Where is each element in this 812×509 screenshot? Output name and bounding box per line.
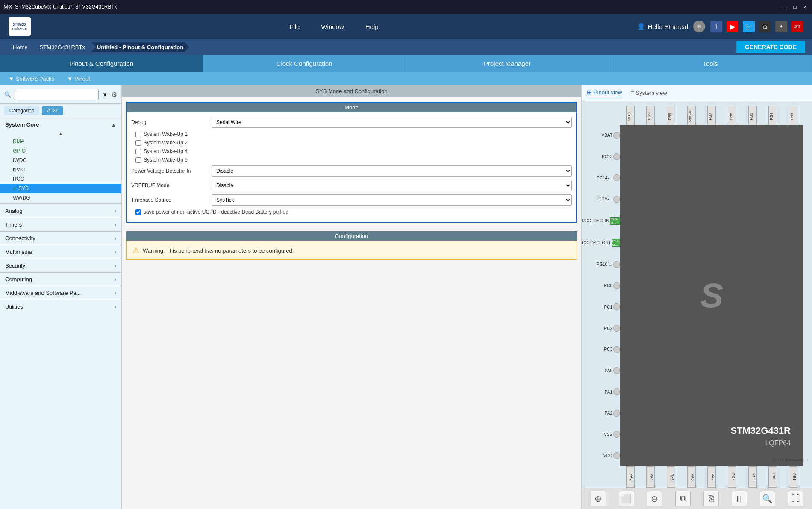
pin-row-vbat[interactable]: VBAT — [582, 132, 620, 139]
system-view-tab[interactable]: ≡ System view — [630, 89, 667, 97]
sidebar-category-utilities[interactable]: Utilities › — [0, 300, 121, 313]
pin-row-vdd-left[interactable]: VDD — [582, 452, 620, 459]
pin-vss-top: VSS — [646, 106, 655, 127]
copy-button[interactable]: ⎘ — [703, 491, 719, 506]
search-dropdown-arrow[interactable]: ▼ — [102, 91, 108, 98]
pin-row-vss-left[interactable]: VSS — [582, 431, 620, 438]
sub-tab-software-packs[interactable]: ▼ Software Packs — [9, 76, 54, 82]
twitter-icon[interactable]: 🐦 — [743, 21, 755, 32]
wakeup2-checkbox[interactable] — [135, 140, 141, 146]
sidebar-item-rcc[interactable]: RCC — [0, 174, 121, 184]
anniversary-badge: ⑩ — [693, 21, 705, 32]
sidebar-item-sys[interactable]: ✔ SYS — [0, 184, 121, 193]
sidebar-category-timers[interactable]: Timers › — [0, 218, 121, 231]
sys-label: SYS — [18, 185, 29, 191]
sidebar-category-analog[interactable]: Analog › — [0, 204, 121, 218]
timebase-select[interactable]: SysTick — [212, 194, 572, 206]
settings-gear-icon[interactable]: ⚙ — [111, 91, 117, 99]
breadcrumb-home[interactable]: Home — [7, 42, 34, 52]
pinout-view-tab[interactable]: ⊞ Pinout view — [587, 89, 622, 97]
sidebar-item-wwdg[interactable]: WWDG — [0, 193, 121, 203]
sidebar-category-connectivity[interactable]: Connectivity › — [0, 231, 121, 245]
youtube-icon[interactable]: ▶ — [727, 21, 738, 32]
pin-row-pc1[interactable]: PC1 — [582, 303, 620, 310]
wakeup4-checkbox[interactable] — [135, 149, 141, 154]
connectivity-chevron: › — [115, 235, 116, 241]
maximize-button[interactable]: □ — [791, 3, 798, 10]
pin-box-pf1[interactable]: PF1-O... — [612, 239, 620, 247]
pin-row-pa2[interactable]: PA2 — [582, 410, 620, 417]
user-info: 👤 Hello Ethereal — [637, 23, 688, 30]
computing-chevron: › — [115, 277, 116, 282]
tab-clock-config[interactable]: Clock Configuration — [203, 55, 406, 72]
close-button[interactable]: ✕ — [802, 3, 809, 10]
breadcrumb-chip[interactable]: STM32G431RBTx — [34, 42, 91, 52]
sidebar-category-multimedia[interactable]: Multimedia › — [0, 245, 121, 259]
search-input[interactable] — [15, 89, 99, 100]
pin-row-pc14[interactable]: PC14-... — [582, 174, 620, 181]
menu-items: File Window Help — [56, 23, 612, 30]
pin-row-pg10[interactable]: PG10-... — [582, 261, 620, 268]
zoom-in-button[interactable]: ⊕ — [591, 491, 606, 506]
layers-button[interactable]: ⧉ — [675, 491, 691, 506]
breadcrumb: Home STM32G431RBTx Untitled - Pinout & C… — [0, 39, 812, 55]
sidebar-tab-categories[interactable]: Categories — [4, 106, 39, 115]
save-power-checkbox[interactable] — [135, 209, 141, 215]
iwdg-label: IWDG — [13, 157, 27, 163]
pin-row-pc15[interactable]: PC15-... — [582, 196, 620, 203]
config-section: Configuration ⚠ Warning: This peripheral… — [126, 231, 577, 260]
subtab-sw-arrow: ▼ — [9, 76, 14, 82]
columns-button[interactable]: ⫼ — [732, 491, 747, 506]
timebase-row: Timebase Source SysTick — [131, 194, 572, 206]
tab-pinout-config[interactable]: Pinout & Configuration — [0, 55, 203, 72]
menu-help[interactable]: Help — [365, 23, 379, 30]
sidebar-system-core-header[interactable]: System Core ▲ — [0, 118, 121, 131]
pin-row-pc3[interactable]: PC3 — [582, 346, 620, 353]
sidebar-item-nvic[interactable]: NVIC — [0, 165, 121, 174]
pin-row-rcc-osc-in[interactable]: RCC_OSC_IN PF0-O... — [582, 217, 620, 225]
tab-clock-label: Clock Configuration — [277, 60, 332, 67]
scroll-up-arrow[interactable]: ▲ — [0, 131, 121, 136]
wakeup5-checkbox[interactable] — [135, 157, 141, 163]
pin-dot-pc15 — [613, 196, 620, 203]
pin-row-pc0[interactable]: PC0 — [582, 282, 620, 289]
sub-tab-pinout[interactable]: ▼ Pinout — [67, 76, 90, 82]
pin-row-pc13[interactable]: PC13 — [582, 153, 620, 160]
breadcrumb-config[interactable]: Untitled - Pinout & Configuration — [91, 42, 189, 52]
top-pins: VDD VSS PB9 PB8-B PB7 PB6 PB5 PB4 PB3 — [620, 101, 803, 127]
fit-screen-button[interactable]: ⬜ — [619, 491, 634, 506]
network-icon[interactable]: ✦ — [775, 21, 787, 32]
debug-select[interactable]: Serial Wire No Debug JTAG (4 pins) JTAG … — [212, 117, 572, 128]
gpio-label: GPIO — [13, 148, 26, 154]
github-icon[interactable]: ⌂ — [759, 21, 771, 32]
sidebar-category-middleware[interactable]: Middleware and Software Pa... › — [0, 286, 121, 300]
facebook-icon[interactable]: f — [710, 21, 722, 32]
sidebar-tab-az[interactable]: A->Z — [42, 106, 63, 115]
menu-file[interactable]: File — [289, 23, 300, 30]
generate-code-button[interactable]: GENERATE CODE — [736, 41, 805, 53]
menu-window[interactable]: Window — [321, 23, 344, 30]
pin-row-pa0[interactable]: PA0 — [582, 367, 620, 374]
pin-row-pc2[interactable]: PC2 — [582, 325, 620, 332]
wakeup1-checkbox[interactable] — [135, 132, 141, 137]
pin-box-pf0[interactable]: PF0-O... — [610, 217, 620, 225]
st-logo: S — [700, 276, 723, 315]
minimize-button[interactable]: — — [781, 3, 788, 10]
vrefbuf-select[interactable]: Disable — [212, 180, 572, 191]
pin-pb9-top: PB9 — [667, 106, 675, 127]
sidebar-category-computing[interactable]: Computing › — [0, 272, 121, 286]
pin-row-rcc-osc-out[interactable]: RCC_OSC_OUT PF1-O... — [582, 239, 620, 247]
rcc-label: RCC — [13, 176, 24, 182]
sidebar-item-gpio[interactable]: GPIO — [0, 146, 121, 156]
sidebar-category-security[interactable]: Security › — [0, 259, 121, 272]
sidebar-item-dma[interactable]: DMA — [0, 137, 121, 146]
power-voltage-select[interactable]: Disable — [212, 165, 572, 177]
tab-project-manager[interactable]: Project Manager — [406, 55, 609, 72]
pin-row-pa1[interactable]: PA1 — [582, 388, 620, 395]
st-icon[interactable]: ST — [791, 21, 803, 32]
fullscreen-button[interactable]: ⛶ — [788, 491, 803, 506]
zoom-out-button[interactable]: ⊖ — [647, 491, 662, 506]
tab-tools[interactable]: Tools — [609, 55, 812, 72]
sidebar-item-iwdg[interactable]: IWDG — [0, 156, 121, 165]
search-chip-button[interactable]: 🔍 — [760, 491, 775, 506]
